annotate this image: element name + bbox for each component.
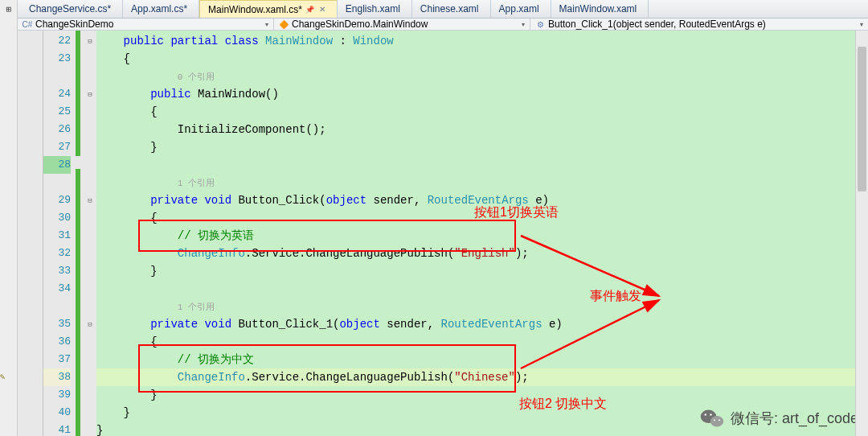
fold-toggle[interactable]: ⊟ (84, 191, 96, 209)
crumb-label: Button_Click_1(object sender, RoutedEven… (548, 19, 766, 30)
tab-chinese-xaml[interactable]: Chinese.xaml (412, 0, 491, 18)
chevron-down-icon: ▾ (522, 21, 525, 28)
crumb-namespace[interactable]: C# ChangeSkinDemo ▾ (18, 19, 274, 30)
scrollbar-thumb[interactable] (858, 47, 866, 191)
crumb-member[interactable]: ⚙ Button_Click_1(object sender, RoutedEv… (530, 19, 868, 30)
fold-toggle[interactable]: ⊟ (84, 32, 96, 50)
code-editor[interactable]: 222324252627 28293031323334 35363738✎394… (18, 31, 868, 436)
nav-crumbs: C# ChangeSkinDemo ▾ 🔶 ChangeSkinDemo.Mai… (18, 19, 868, 31)
crumb-class[interactable]: 🔶 ChangeSkinDemo.MainWindow ▾ (274, 19, 530, 30)
glyph-margin (18, 31, 43, 436)
toolbox-icon[interactable]: ⊞ (3, 6, 14, 12)
tab-app-xaml[interactable]: App.xaml (491, 0, 551, 18)
chevron-down-icon: ▾ (265, 21, 268, 28)
line-numbers: 222324252627 28293031323334 35363738✎394… (43, 31, 76, 436)
tab-strip: ChangeService.cs* App.xaml.cs* MainWindo… (18, 0, 868, 19)
tab-changeservice[interactable]: ChangeService.cs* (21, 0, 123, 18)
method-icon: ⚙ (535, 19, 545, 29)
code-content[interactable]: public partial class MainWindow : Window… (96, 31, 868, 436)
edit-icon: ✎ (0, 368, 5, 386)
class-icon: 🔶 (279, 19, 289, 29)
crumb-label: ChangeSkinDemo (35, 19, 113, 30)
tab-app-xaml-cs[interactable]: App.xaml.cs* (123, 0, 199, 18)
chevron-down-icon: ▾ (860, 21, 863, 28)
vertical-scrollbar[interactable] (855, 31, 868, 436)
close-icon[interactable]: ✕ (319, 5, 326, 14)
fold-column: ⊟ ⊟ ⊟ ⊟ (84, 31, 96, 436)
csharp-icon: C# (23, 19, 32, 29)
fold-toggle[interactable]: ⊟ (84, 315, 96, 333)
tab-english-xaml[interactable]: English.xaml (338, 0, 412, 18)
change-markbar (76, 31, 84, 436)
crumb-label: ChangeSkinDemo.MainWindow (292, 19, 428, 30)
fold-toggle[interactable]: ⊟ (84, 85, 96, 103)
tab-mainwindow-cs[interactable]: MainWindow.xaml.cs* 📌 ✕ (199, 0, 338, 18)
pin-icon[interactable]: 📌 (305, 6, 314, 14)
tab-mainwindow-xaml[interactable]: MainWindow.xaml (551, 0, 649, 18)
